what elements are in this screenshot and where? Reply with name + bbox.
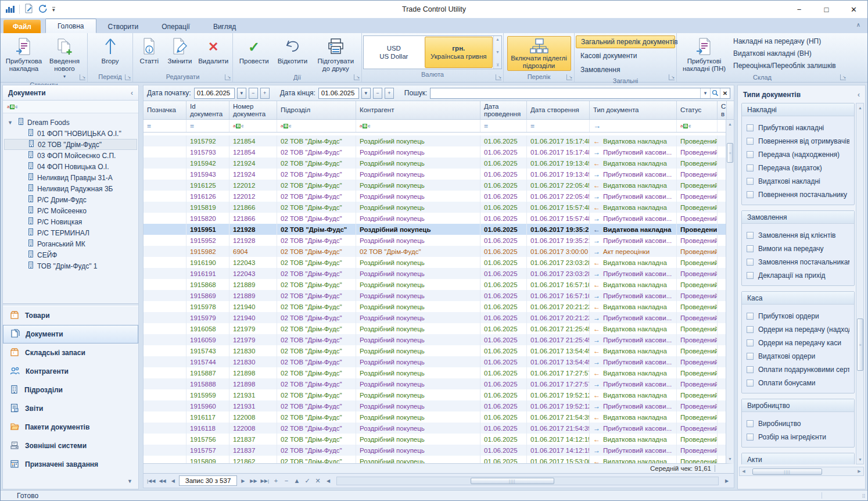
ribbon-tab-Файл[interactable]: Файл (3, 20, 41, 33)
currency-usd-button[interactable]: USD US Dollar (364, 36, 424, 69)
scrollbar-thumb[interactable]: |||| (471, 478, 554, 484)
scroll-right-icon[interactable]: ▶ (722, 475, 731, 486)
scroll-left-icon[interactable]: ◀ (740, 469, 748, 474)
scroll-down-icon[interactable]: ▼ (496, 50, 500, 54)
doc-type-checkbox-item[interactable]: Замовлення постачальникам (747, 255, 849, 269)
type-group-header[interactable]: Накладні (742, 103, 854, 116)
modify-button[interactable]: Змінити (164, 35, 195, 73)
doc-type-checkbox-item[interactable]: Прибуткові ордери (747, 309, 849, 323)
grid-horizontal-scrollbar[interactable]: |||| (336, 477, 719, 485)
refresh-icon[interactable] (38, 3, 48, 15)
checkbox-unchecked-icon[interactable] (747, 339, 754, 346)
revaluation-link[interactable]: Переоцінка/Переоблік залишків (733, 62, 836, 70)
table-row[interactable]: 191595212192802 ТОВ "Дрім-Фудс"Роздрібни… (144, 235, 734, 246)
prepare-print-button[interactable]: Підготувати до друку (313, 35, 358, 73)
nav-next-button[interactable]: ▶▶| (260, 475, 270, 486)
sidebar-overflow-icon[interactable]: ▼ (3, 474, 138, 489)
doc-type-checkbox-item[interactable]: Замовлення від клієнтів (747, 228, 849, 242)
dialog-launcher-icon[interactable]: ↘ (496, 74, 501, 80)
checkbox-unchecked-icon[interactable] (747, 138, 754, 145)
dialog-launcher-icon[interactable]: ↘ (566, 74, 572, 80)
table-row[interactable]: 191619012204302 ТОВ "Дрім-Фудс"Роздрібни… (144, 257, 734, 268)
table-row[interactable]: 191605912197902 ТОВ "Дрім-Фудс"Роздрібни… (144, 334, 734, 345)
column-header-Id документа[interactable]: Id документа (186, 101, 229, 119)
table-row[interactable]: 191580912186202 ТОВ "Дрім-Фудс"Роздрібни… (144, 456, 734, 463)
checkbox-unchecked-icon[interactable] (747, 178, 754, 185)
doc-type-checkbox-item[interactable]: Передача (видаток) (747, 161, 849, 174)
table-row[interactable]: 191586812188902 ТОВ "Дрім-Фудс"Роздрібни… (144, 279, 734, 290)
dialog-launcher-icon[interactable]: ↘ (125, 74, 131, 80)
nav-edit-button[interactable]: + (271, 475, 281, 486)
checkbox-unchecked-icon[interactable] (747, 353, 754, 360)
nav-edit-button[interactable]: ✕ (313, 475, 322, 486)
sidebar-item-Призначені завдання[interactable]: Призначені завдання (3, 455, 138, 474)
table-row[interactable]: 191586912188902 ТОВ "Дрім-Фудс"Роздрібни… (144, 290, 734, 301)
panel-vertical-scrollbar[interactable]: ▲ ≡ ▼ (856, 103, 864, 464)
tree-item[interactable]: 01 ФОП "НОВИЦЬКА О.І." (4, 128, 137, 139)
scrollbar-thumb[interactable]: |||| (752, 468, 822, 475)
table-row[interactable]: 191597812194002 ТОВ "Дрім-Фудс"Роздрібни… (144, 301, 734, 312)
dialog-launcher-icon[interactable]: ↘ (225, 74, 231, 80)
incoming-invoices-pn-button[interactable]: Прибуткові накладні (ПН) (679, 35, 730, 73)
minimize-button[interactable]: − (785, 1, 813, 18)
nav-next-button[interactable]: ▶▶ (249, 475, 258, 486)
tree-item[interactable]: Неликвид Правды 31-А (4, 172, 137, 183)
scroll-up-icon[interactable]: ▲ (726, 120, 734, 128)
filter-cell[interactable]: = (480, 120, 527, 132)
table-row[interactable]: 191579212185402 ТОВ "Дрім-Фудс"Роздрібни… (144, 135, 734, 146)
dialog-launcher-icon[interactable]: ↘ (80, 74, 85, 80)
tree-expand-icon[interactable]: ▼ (8, 120, 15, 126)
checkbox-unchecked-icon[interactable] (747, 420, 754, 427)
table-row[interactable]: 191612512201202 ТОВ "Дрім-Фудс"Роздрібни… (144, 180, 734, 191)
table-row[interactable]: 191579312185402 ТОВ "Дрім-Фудс"Роздрібни… (144, 146, 734, 158)
general-option-cash-documents[interactable]: Касові документи (576, 49, 675, 62)
sidebar-collapse-icon[interactable]: ‹ (131, 89, 133, 97)
scroll-up-icon[interactable]: ▲ (856, 103, 864, 112)
currency-scrollbar[interactable]: ▲ ▼ ⊻ (493, 36, 501, 69)
filter-cell[interactable]: aBc (356, 120, 480, 132)
filter-cell[interactable]: = (186, 120, 229, 132)
type-group-header[interactable]: Каса (742, 292, 854, 305)
filter-cell[interactable]: aBc (229, 120, 277, 132)
column-header-Позначка[interactable]: Позначка (144, 101, 186, 119)
scrollbar-thumb[interactable]: ≡ (727, 143, 733, 163)
checkbox-unchecked-icon[interactable] (747, 272, 754, 279)
sidebar-item-Підрозділи[interactable]: Підрозділи (3, 381, 138, 399)
sidebar-filter-row[interactable]: aBc (3, 101, 138, 113)
ribbon-tab-Створити[interactable]: Створити (96, 20, 150, 33)
checkbox-unchecked-icon[interactable] (747, 191, 754, 198)
resize-grip[interactable]: ⠿ (862, 493, 866, 499)
table-row[interactable]: 191612612201202 ТОВ "Дрім-Фудс"Роздрібни… (144, 191, 734, 202)
search-clear-icon[interactable]: ✕ (720, 88, 730, 98)
tree-item[interactable]: 02 ТОВ "Дрім-Фудс" (4, 139, 137, 150)
table-row[interactable]: 191575712183702 ТОВ "Дрім-Фудс"Роздрібни… (144, 445, 734, 456)
currency-uah-button[interactable]: грн. Українська гривня (425, 37, 493, 68)
checkbox-unchecked-icon[interactable] (747, 326, 754, 333)
filter-cell[interactable]: aBc (277, 120, 356, 132)
nav-edit-button[interactable]: ▲ (292, 475, 302, 486)
filter-cell[interactable]: → (590, 120, 677, 132)
table-row[interactable]: 191611812200802 ТОВ "Дрім-Фудс"Роздрібни… (144, 423, 734, 434)
date-from-dropdown-icon[interactable]: ▾ (237, 88, 246, 99)
scroll-up-icon[interactable]: ▲ (496, 37, 500, 41)
date-to-input[interactable]: 01.06.2025 (318, 88, 359, 99)
date-to-minus-button[interactable]: − (373, 88, 382, 99)
scrollbar-thumb[interactable]: ≡ (857, 319, 863, 371)
scroll-down-icon[interactable]: ▼ (726, 455, 734, 463)
type-group-header[interactable]: Замовлення (742, 211, 854, 224)
table-row[interactable]: 191596012193102 ТОВ "Дрім-Фудс"Роздрібни… (144, 400, 734, 411)
post-button[interactable]: ✓ Провести (236, 35, 272, 73)
doc-type-checkbox-item[interactable]: Оплати подарунковими сертиф (747, 363, 849, 376)
tree-item[interactable]: 04 ФОП Новицька О.І. (4, 161, 137, 172)
go-up-button[interactable]: Вгору (92, 35, 129, 73)
tree-root-item[interactable]: ▼Dream Foods (4, 117, 137, 128)
table-row[interactable]: 191574412183002 ТОВ "Дрім-Фудс"Роздрібни… (144, 356, 734, 367)
table-row[interactable]: 191605812197902 ТОВ "Дрім-Фудс"Роздрібни… (144, 323, 734, 334)
date-from-plus-button[interactable]: + (260, 88, 270, 99)
checkbox-unchecked-icon[interactable] (747, 366, 754, 373)
incoming-invoice-button[interactable]: Прибуткова накладна (2, 35, 45, 81)
checkbox-unchecked-icon[interactable] (747, 259, 754, 266)
nav-prev-button[interactable]: ◀ (168, 475, 178, 486)
table-row[interactable]: 191594312192402 ТОВ "Дрім-Фудс"Роздрібни… (144, 169, 734, 180)
table-row[interactable]: 191619112204302 ТОВ "Дрім-Фудс"Роздрібни… (144, 268, 734, 279)
